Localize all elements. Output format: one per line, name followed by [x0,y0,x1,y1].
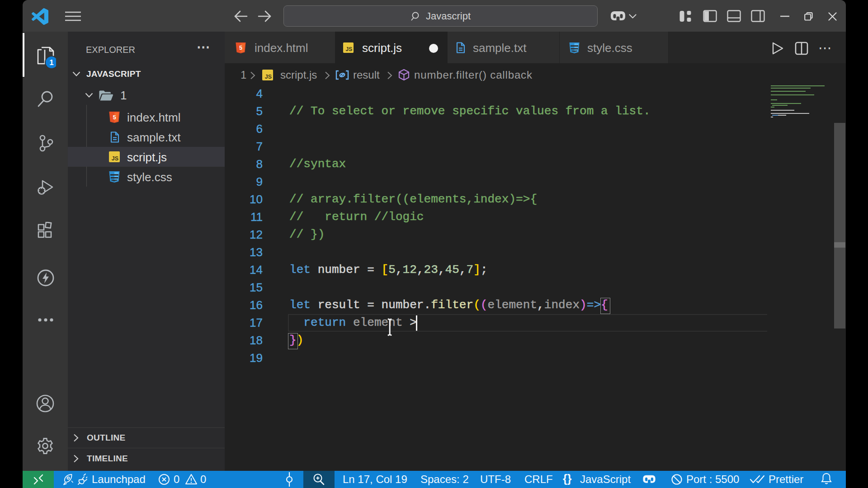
svg-text:5: 5 [239,45,242,51]
svg-text:JS: JS [112,155,118,162]
svg-text:JS: JS [345,46,352,52]
svg-text:5: 5 [113,114,116,121]
svg-text:JS: JS [265,74,272,80]
svg-text:1: 1 [49,58,53,67]
